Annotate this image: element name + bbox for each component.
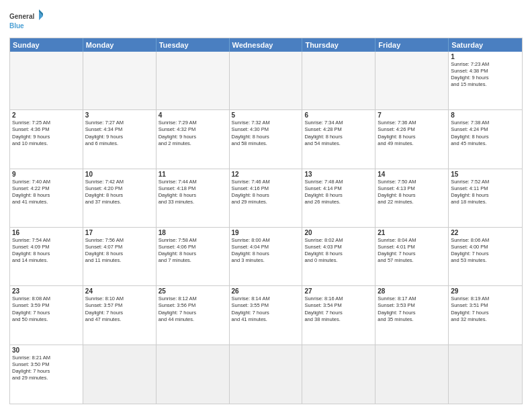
calendar-cell: 6Sunrise: 7:34 AM Sunset: 4:28 PM Daylig… — [302, 110, 375, 168]
cell-info: Sunrise: 7:29 AM Sunset: 4:32 PM Dayligh… — [159, 120, 227, 147]
day-number: 12 — [232, 171, 300, 178]
cell-info: Sunrise: 7:52 AM Sunset: 4:11 PM Dayligh… — [451, 179, 520, 206]
calendar-cell: 7Sunrise: 7:36 AM Sunset: 4:26 PM Daylig… — [375, 110, 449, 168]
day-number: 8 — [451, 111, 520, 119]
calendar-cell: 12Sunrise: 7:46 AM Sunset: 4:16 PM Dayli… — [230, 169, 303, 227]
calendar-cell: 9Sunrise: 7:40 AM Sunset: 4:22 PM Daylig… — [10, 169, 83, 227]
cell-info: Sunrise: 7:40 AM Sunset: 4:22 PM Dayligh… — [12, 179, 81, 206]
calendar-cell: 20Sunrise: 8:02 AM Sunset: 4:03 PM Dayli… — [302, 228, 375, 285]
calendar-cell: 25Sunrise: 8:12 AM Sunset: 3:56 PM Dayli… — [157, 286, 230, 344]
page: General Blue SundayMondayTuesdayWednesda… — [0, 0, 532, 411]
cell-info: Sunrise: 7:34 AM Sunset: 4:28 PM Dayligh… — [304, 120, 373, 147]
day-number: 25 — [159, 287, 227, 295]
cell-info: Sunrise: 7:27 AM Sunset: 4:34 PM Dayligh… — [85, 120, 154, 147]
day-number: 19 — [232, 229, 300, 236]
calendar-cell: 17Sunrise: 7:56 AM Sunset: 4:07 PM Dayli… — [83, 228, 157, 285]
day-number: 6 — [304, 111, 373, 119]
cell-info: Sunrise: 7:25 AM Sunset: 4:36 PM Dayligh… — [12, 120, 81, 147]
calendar-row: 30Sunrise: 8:21 AM Sunset: 3:50 PM Dayli… — [10, 345, 522, 404]
day-header: Thursday — [302, 38, 375, 52]
calendar-cell: 18Sunrise: 7:58 AM Sunset: 4:06 PM Dayli… — [157, 228, 230, 285]
cell-info: Sunrise: 8:02 AM Sunset: 4:03 PM Dayligh… — [304, 237, 373, 265]
cell-info: Sunrise: 7:38 AM Sunset: 4:24 PM Dayligh… — [451, 120, 520, 147]
cell-info: Sunrise: 7:23 AM Sunset: 4:38 PM Dayligh… — [451, 61, 520, 89]
day-number: 16 — [12, 229, 81, 236]
day-header: Saturday — [449, 38, 522, 52]
day-number: 1 — [451, 53, 520, 60]
day-number: 26 — [232, 287, 300, 295]
day-number: 10 — [85, 171, 154, 178]
calendar-cell: 27Sunrise: 8:16 AM Sunset: 3:54 PM Dayli… — [302, 286, 375, 344]
calendar-cell: 8Sunrise: 7:38 AM Sunset: 4:24 PM Daylig… — [449, 110, 522, 168]
day-number: 29 — [451, 287, 520, 295]
day-number: 30 — [12, 347, 81, 354]
calendar-row: 23Sunrise: 8:08 AM Sunset: 3:59 PM Dayli… — [10, 286, 522, 345]
day-number: 20 — [304, 229, 373, 236]
cell-info: Sunrise: 7:42 AM Sunset: 4:20 PM Dayligh… — [85, 179, 154, 206]
calendar-cell: 21Sunrise: 8:04 AM Sunset: 4:01 PM Dayli… — [375, 228, 449, 285]
calendar-cell — [302, 345, 375, 404]
cell-info: Sunrise: 8:10 AM Sunset: 3:57 PM Dayligh… — [85, 295, 154, 323]
calendar-row: 16Sunrise: 7:54 AM Sunset: 4:09 PM Dayli… — [10, 228, 522, 286]
day-header: Wednesday — [230, 38, 303, 52]
calendar-cell — [375, 52, 449, 109]
calendar-cell: 16Sunrise: 7:54 AM Sunset: 4:09 PM Dayli… — [10, 228, 83, 285]
calendar-cell: 19Sunrise: 8:00 AM Sunset: 4:04 PM Dayli… — [230, 228, 303, 285]
day-number: 11 — [159, 171, 227, 178]
cell-info: Sunrise: 7:32 AM Sunset: 4:30 PM Dayligh… — [232, 120, 300, 147]
cell-info: Sunrise: 7:46 AM Sunset: 4:16 PM Dayligh… — [232, 179, 300, 206]
calendar-row: 2Sunrise: 7:25 AM Sunset: 4:36 PM Daylig… — [10, 110, 522, 169]
logo-svg: General Blue — [9, 9, 43, 34]
cell-info: Sunrise: 7:58 AM Sunset: 4:06 PM Dayligh… — [159, 237, 227, 265]
day-number: 24 — [85, 287, 154, 295]
calendar-cell: 1Sunrise: 7:23 AM Sunset: 4:38 PM Daylig… — [449, 52, 522, 109]
calendar-cell — [83, 345, 157, 404]
day-number: 4 — [159, 111, 227, 119]
cell-info: Sunrise: 7:44 AM Sunset: 4:18 PM Dayligh… — [159, 179, 227, 206]
cell-info: Sunrise: 8:14 AM Sunset: 3:55 PM Dayligh… — [232, 295, 300, 323]
day-number: 13 — [304, 171, 373, 178]
day-number: 21 — [378, 229, 446, 236]
calendar-cell: 3Sunrise: 7:27 AM Sunset: 4:34 PM Daylig… — [83, 110, 157, 168]
day-number: 15 — [451, 171, 520, 178]
day-header: Sunday — [10, 38, 83, 52]
cell-info: Sunrise: 8:21 AM Sunset: 3:50 PM Dayligh… — [12, 355, 81, 382]
day-number: 14 — [378, 171, 446, 178]
day-number: 3 — [85, 111, 154, 119]
calendar-cell — [157, 52, 230, 109]
calendar-cell: 2Sunrise: 7:25 AM Sunset: 4:36 PM Daylig… — [10, 110, 83, 168]
cell-info: Sunrise: 8:12 AM Sunset: 3:56 PM Dayligh… — [159, 295, 227, 323]
calendar-cell: 26Sunrise: 8:14 AM Sunset: 3:55 PM Dayli… — [230, 286, 303, 344]
day-number: 27 — [304, 287, 373, 295]
calendar-cell: 23Sunrise: 8:08 AM Sunset: 3:59 PM Dayli… — [10, 286, 83, 344]
calendar-cell — [449, 345, 522, 404]
cell-info: Sunrise: 7:54 AM Sunset: 4:09 PM Dayligh… — [12, 237, 81, 265]
cell-info: Sunrise: 7:56 AM Sunset: 4:07 PM Dayligh… — [85, 237, 154, 265]
day-number: 23 — [12, 287, 81, 295]
calendar-cell: 4Sunrise: 7:29 AM Sunset: 4:32 PM Daylig… — [157, 110, 230, 168]
calendar-cell: 14Sunrise: 7:50 AM Sunset: 4:13 PM Dayli… — [375, 169, 449, 227]
calendar-cell: 5Sunrise: 7:32 AM Sunset: 4:30 PM Daylig… — [230, 110, 303, 168]
day-number: 28 — [378, 287, 446, 295]
calendar-cell: 10Sunrise: 7:42 AM Sunset: 4:20 PM Dayli… — [83, 169, 157, 227]
calendar-cell: 30Sunrise: 8:21 AM Sunset: 3:50 PM Dayli… — [10, 345, 83, 404]
day-number: 18 — [159, 229, 227, 236]
cell-info: Sunrise: 8:06 AM Sunset: 4:00 PM Dayligh… — [451, 237, 520, 265]
cell-info: Sunrise: 7:36 AM Sunset: 4:26 PM Dayligh… — [378, 120, 446, 147]
calendar-cell — [157, 345, 230, 404]
day-number: 7 — [378, 111, 446, 119]
calendar-cell — [83, 52, 157, 109]
cell-info: Sunrise: 7:48 AM Sunset: 4:14 PM Dayligh… — [304, 179, 373, 206]
cell-info: Sunrise: 8:08 AM Sunset: 3:59 PM Dayligh… — [12, 295, 81, 323]
calendar-cell: 11Sunrise: 7:44 AM Sunset: 4:18 PM Dayli… — [157, 169, 230, 227]
calendar-cell: 13Sunrise: 7:48 AM Sunset: 4:14 PM Dayli… — [302, 169, 375, 227]
cell-info: Sunrise: 8:17 AM Sunset: 3:53 PM Dayligh… — [378, 295, 446, 323]
day-number: 22 — [451, 229, 520, 236]
cell-info: Sunrise: 8:04 AM Sunset: 4:01 PM Dayligh… — [378, 237, 446, 265]
day-number: 2 — [12, 111, 81, 119]
calendar-cell: 22Sunrise: 8:06 AM Sunset: 4:00 PM Dayli… — [449, 228, 522, 285]
day-header: Tuesday — [157, 38, 230, 52]
cell-info: Sunrise: 8:00 AM Sunset: 4:04 PM Dayligh… — [232, 237, 300, 265]
svg-text:Blue: Blue — [9, 22, 24, 30]
cell-info: Sunrise: 8:16 AM Sunset: 3:54 PM Dayligh… — [304, 295, 373, 323]
